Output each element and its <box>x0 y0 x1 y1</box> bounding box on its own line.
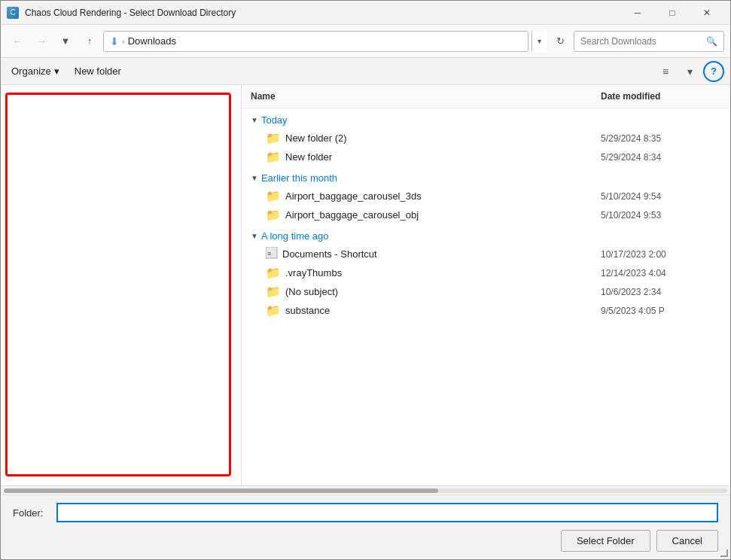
select-folder-button[interactable]: Select Folder <box>561 530 650 552</box>
column-date: Date modified <box>601 91 721 102</box>
file-name: Documents - Shortcut <box>282 248 596 260</box>
scrollbar-thumb <box>4 488 438 493</box>
horizontal-scrollbar[interactable] <box>1 485 730 495</box>
folder-icon: 📁 <box>266 266 281 280</box>
toolbar-right: ≡ ▾ ? <box>655 61 724 82</box>
file-name: Airport_baggage_carousel_3ds <box>285 190 596 202</box>
folder-icon: 📁 <box>266 189 281 203</box>
scrollbar-track <box>4 488 727 493</box>
address-bar: ← → ▼ ↑ ⬇ › Downloads ▾ ↻ 🔍 <box>1 25 730 58</box>
table-row[interactable]: 📁 Airport_baggage_carousel_obj 5/10/2024… <box>242 205 730 224</box>
title-bar-left: C Chaos Cloud Rendering - Select Downloa… <box>7 7 236 19</box>
left-panel <box>1 85 242 485</box>
cancel-button[interactable]: Cancel <box>656 530 718 552</box>
red-annotation-rect <box>5 93 231 476</box>
organize-button[interactable]: Organize ▾ <box>7 62 64 80</box>
file-date: 10/6/2023 2:34 <box>601 287 721 297</box>
group-header-long-ago[interactable]: ▼ A long time ago <box>242 224 730 245</box>
app-icon: C <box>7 7 19 19</box>
close-button[interactable]: ✕ <box>690 1 724 25</box>
shortcut-icon: ≡ <box>266 247 278 261</box>
recent-locations-button[interactable]: ▼ <box>55 31 76 52</box>
table-row[interactable]: 📁 .vrayThumbs 12/14/2023 4:04 <box>242 263 730 282</box>
chevron-down-icon: ▼ <box>251 232 258 240</box>
path-icon: ⬇ <box>110 35 119 47</box>
right-panel: Name Date modified ▼ Today 📁 New folder … <box>242 85 730 485</box>
column-name: Name <box>251 88 601 105</box>
dialog-window: C Chaos Cloud Rendering - Select Downloa… <box>0 0 731 560</box>
address-dropdown-button[interactable]: ▾ <box>531 31 547 52</box>
chevron-down-icon: ▼ <box>251 116 258 124</box>
group-label-today: Today <box>261 114 288 126</box>
file-name: substance <box>285 305 596 316</box>
back-button[interactable]: ← <box>7 31 28 52</box>
folder-icon: 📁 <box>266 303 281 318</box>
title-bar: C Chaos Cloud Rendering - Select Downloa… <box>1 1 730 25</box>
window-controls: ─ □ ✕ <box>620 1 724 25</box>
bottom-bar: Folder: Select Folder Cancel <box>1 495 730 559</box>
file-name: Airport_baggage_carousel_obj <box>285 209 596 221</box>
file-name: New folder (2) <box>285 132 596 144</box>
forward-button[interactable]: → <box>31 31 52 52</box>
refresh-button[interactable]: ↻ <box>550 31 571 52</box>
new-folder-button[interactable]: New folder <box>70 62 126 80</box>
search-box[interactable]: 🔍 <box>574 31 724 52</box>
folder-icon: 📁 <box>266 131 281 145</box>
window-title: Chaos Cloud Rendering - Select Download … <box>25 8 236 18</box>
chevron-down-icon: ▼ <box>251 174 258 182</box>
organize-arrow: ▾ <box>54 65 59 77</box>
file-name: .vrayThumbs <box>285 267 596 278</box>
table-row[interactable]: 📁 New folder 5/29/2024 8:34 <box>242 148 730 166</box>
file-date: 9/5/2023 4:05 P <box>601 306 721 316</box>
table-row[interactable]: 📁 substance 9/5/2023 4:05 P <box>242 301 730 320</box>
toolbar: Organize ▾ New folder ≡ ▾ ? <box>1 58 730 85</box>
folder-icon: 📁 <box>266 285 281 299</box>
folder-icon: 📁 <box>266 150 281 164</box>
help-button[interactable]: ? <box>703 61 724 82</box>
view-arrow-button[interactable]: ▾ <box>679 61 700 82</box>
file-list-header: Name Date modified <box>242 85 730 108</box>
table-row[interactable]: 📁 (No subject) 10/6/2023 2:34 <box>242 282 730 301</box>
maximize-button[interactable]: □ <box>655 1 690 25</box>
file-date: 12/14/2023 4:04 <box>601 268 721 278</box>
path-text: Downloads <box>128 35 176 47</box>
view-options-button[interactable]: ≡ <box>655 61 676 82</box>
minimize-button[interactable]: ─ <box>620 1 655 25</box>
folder-icon: 📁 <box>266 208 281 222</box>
button-row: Select Folder Cancel <box>13 530 718 552</box>
new-folder-label: New folder <box>75 65 121 77</box>
folder-input[interactable] <box>56 503 718 522</box>
organize-label: Organize <box>11 65 51 77</box>
folder-input-row: Folder: <box>13 503 718 522</box>
file-date: 5/29/2024 8:34 <box>601 152 721 163</box>
file-date: 5/10/2024 9:54 <box>601 191 721 202</box>
path-separator: › <box>122 37 125 46</box>
file-date: 5/29/2024 8:35 <box>601 133 721 144</box>
group-header-today[interactable]: ▼ Today <box>242 108 730 129</box>
file-date: 5/10/2024 9:53 <box>601 210 721 221</box>
search-icon: 🔍 <box>706 36 717 47</box>
table-row[interactable]: ≡ Documents - Shortcut 10/17/2023 2:00 <box>242 245 730 263</box>
up-button[interactable]: ↑ <box>79 31 100 52</box>
address-path-bar[interactable]: ⬇ › Downloads <box>103 31 528 52</box>
main-content: Name Date modified ▼ Today 📁 New folder … <box>1 85 730 485</box>
file-name: (No subject) <box>285 286 596 297</box>
file-date: 10/17/2023 2:00 <box>601 249 721 260</box>
group-label-long-ago: A long time ago <box>261 230 329 242</box>
folder-label: Folder: <box>13 507 50 519</box>
search-input[interactable] <box>580 36 703 47</box>
file-name: New folder <box>285 151 596 163</box>
group-label-earlier-month: Earlier this month <box>261 172 337 184</box>
svg-text:≡: ≡ <box>267 250 271 257</box>
group-header-earlier-month[interactable]: ▼ Earlier this month <box>242 166 730 187</box>
resize-handle[interactable] <box>718 547 730 559</box>
table-row[interactable]: 📁 Airport_baggage_carousel_3ds 5/10/2024… <box>242 187 730 205</box>
table-row[interactable]: 📁 New folder (2) 5/29/2024 8:35 <box>242 129 730 148</box>
